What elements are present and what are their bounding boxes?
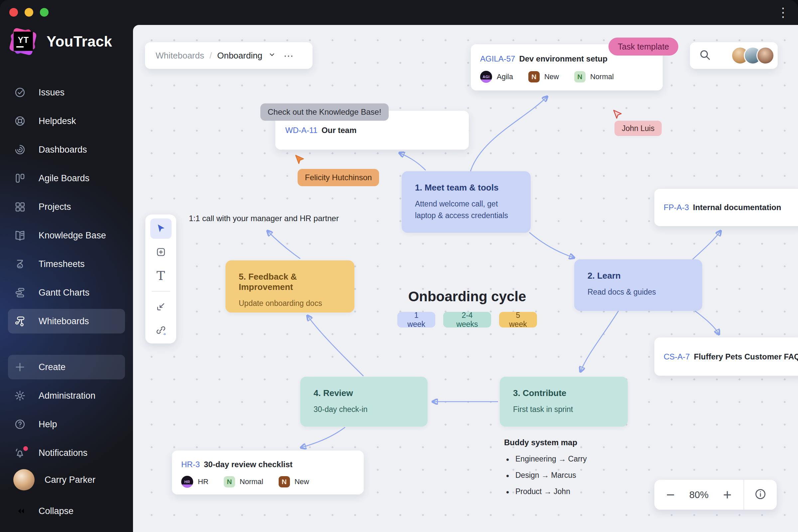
add-node-tool-button[interactable] (150, 242, 172, 262)
duration-badge[interactable]: 5 week (499, 312, 537, 327)
sidebar-item-help[interactable]: Help (0, 412, 133, 439)
issue-key-link[interactable]: CS-A-7 (664, 352, 690, 361)
sidebar-item-projects[interactable]: Projects (0, 194, 133, 222)
board-columns-icon (13, 172, 26, 184)
sidebar-item-dashboards[interactable]: Dashboards (0, 137, 133, 165)
project-avatar: HR (181, 476, 193, 488)
sidebar-item-gantt-charts[interactable]: Gantt Charts (0, 280, 133, 307)
info-icon[interactable] (754, 488, 767, 502)
collapse-sidebar-button[interactable]: Collapse (0, 497, 133, 525)
close-window-button[interactable] (9, 8, 18, 17)
issue-key-link[interactable]: FP-A-3 (664, 203, 689, 212)
issue-card-hr-3[interactable]: HR-3 30-day review checklist HR HR N Nor… (172, 451, 364, 494)
sidebar: YT YouTrack Issues Helpdesk (0, 0, 133, 532)
link-tool-button[interactable] (150, 320, 172, 340)
chevron-down-icon[interactable] (268, 50, 276, 61)
felicity-cursor-label: Felicity Hutchinson (298, 169, 379, 186)
canvas-text-note[interactable]: 1:1 call with your manager and HR partne… (189, 214, 339, 223)
sticky-note-review[interactable]: 4. Review 30-day check-in (300, 377, 428, 426)
sidebar-nav: Issues Helpdesk Dashboards (0, 79, 133, 336)
cycle-heading-group[interactable]: Onboarding cycle 1 week 2-4 weeks 5 week (397, 289, 537, 327)
administration-label: Administration (39, 391, 95, 401)
app-window: ⋮ YT YouTrack Issues (0, 0, 798, 532)
sidebar-item-helpdesk[interactable]: Helpdesk (0, 109, 133, 136)
search-icon[interactable] (699, 49, 711, 62)
sidebar-item-label: Gantt Charts (39, 288, 90, 298)
state-value: New (294, 477, 309, 486)
select-tool-button[interactable] (150, 218, 172, 239)
issue-card-fp-a-3[interactable]: FP-A-3 Internal documentation (654, 189, 798, 226)
duration-badge[interactable]: 1 week (397, 312, 435, 327)
whiteboard-canvas[interactable]: Whiteboards / Onboarding ⋯ Task template… (133, 25, 798, 532)
create-button[interactable]: Create (0, 355, 133, 382)
breadcrumb-whiteboards[interactable]: Whiteboards (156, 51, 204, 61)
breadcrumb-current[interactable]: Onboarding (217, 51, 262, 61)
sidebar-item-label: Agile Boards (39, 173, 90, 184)
user-name: Carry Parker (44, 475, 95, 485)
sticky-body: Read docs & guides (588, 286, 689, 298)
priority-badge-icon: N (574, 71, 586, 82)
collapse-label: Collapse (39, 506, 74, 516)
sidebar-item-agile-boards[interactable]: Agile Boards (0, 166, 133, 193)
issue-title: 30-day review checklist (204, 460, 292, 469)
sticky-note-learn[interactable]: 2. Learn Read docs & guides (574, 259, 702, 311)
zoom-level: 80% (689, 490, 708, 500)
issue-key-link[interactable]: AGILA-57 (480, 54, 515, 63)
sticky-note-contribute[interactable]: 3. Contribute First task in sprint (500, 377, 628, 426)
board-heading: Onboarding cycle (397, 289, 537, 305)
insert-arrow-tool-button[interactable] (150, 296, 172, 317)
buddy-system-map[interactable]: Buddy system map Engineering → Carry Des… (504, 438, 587, 504)
knowledge-base-tip-label[interactable]: Check out the Knowledge Base! (260, 103, 389, 121)
youtrack-logo-icon: YT (10, 28, 36, 55)
sidebar-item-administration[interactable]: Administration (0, 383, 133, 411)
sidebar-item-label: Timesheets (39, 259, 85, 269)
sticky-body: Update onboarding docs (239, 298, 341, 309)
state-badge-icon: N (528, 71, 540, 82)
cursor-icon (155, 223, 167, 234)
state-badge-icon: N (279, 476, 290, 488)
collaborator-avatars[interactable] (731, 46, 774, 64)
user-avatar (13, 469, 35, 491)
minimize-window-button[interactable] (25, 8, 33, 17)
buddy-map-list: Engineering → Carry Design → Marcus Prod… (504, 455, 587, 496)
check-circle-icon (13, 87, 26, 98)
sticky-note-meet-team[interactable]: 1. Meet team & tools Attend welcome call… (402, 171, 531, 233)
sidebar-item-timesheets[interactable]: Timesheets (0, 252, 133, 279)
sidebar-item-notifications[interactable]: Notifications (0, 440, 133, 468)
sticky-note-feedback[interactable]: 5. Feedback & Improvement Update onboard… (225, 260, 355, 312)
john-cursor-label: John Luis (614, 121, 662, 136)
user-profile[interactable]: Carry Parker (0, 466, 133, 493)
issue-title: Internal documentation (693, 203, 781, 212)
breadcrumb-separator: / (209, 51, 212, 61)
sticky-body: 30-day check-in (314, 404, 414, 415)
duration-badges: 1 week 2-4 weeks 5 week (397, 312, 537, 327)
sidebar-item-whiteboards[interactable]: Whiteboards (0, 309, 133, 336)
issue-card-cs-a-7[interactable]: CS-A-7 Fluffery Pets Customer FAQ (654, 338, 798, 376)
zoom-window-button[interactable] (40, 8, 49, 17)
felicity-cursor-icon (293, 154, 306, 167)
browser-menu-icon[interactable]: ⋮ (777, 6, 790, 19)
issue-key-link[interactable]: WD-A-11 (285, 126, 318, 135)
sidebar-item-issues[interactable]: Issues (0, 80, 133, 108)
state-value: New (544, 73, 559, 81)
more-options-icon[interactable]: ⋯ (284, 50, 294, 61)
issue-title: Fluffery Pets Customer FAQ (694, 352, 798, 361)
issue-key-link[interactable]: HR-3 (181, 460, 200, 469)
zoom-in-button[interactable]: + (723, 488, 732, 502)
sidebar-item-knowledge-base[interactable]: Knowledge Base (0, 223, 133, 250)
zoom-out-button[interactable]: − (666, 488, 675, 502)
collaborator-avatar[interactable] (757, 46, 774, 64)
sidebar-item-label: Whiteboards (39, 316, 89, 326)
gear-icon (13, 390, 26, 402)
buddy-map-item: Product → John (504, 487, 587, 496)
gauge-icon (13, 144, 26, 156)
sticky-title: 1. Meet team & tools (415, 183, 517, 193)
text-tool-button[interactable]: T (150, 266, 172, 286)
notifications-label: Notifications (39, 448, 88, 458)
project-name: HR (198, 477, 208, 486)
sidebar-actions: Create Administration Help (0, 354, 133, 468)
plus-square-icon (156, 247, 166, 258)
app-logo[interactable]: YT YouTrack (10, 28, 112, 55)
notification-dot (23, 446, 28, 451)
duration-badge[interactable]: 2-4 weeks (443, 312, 491, 327)
